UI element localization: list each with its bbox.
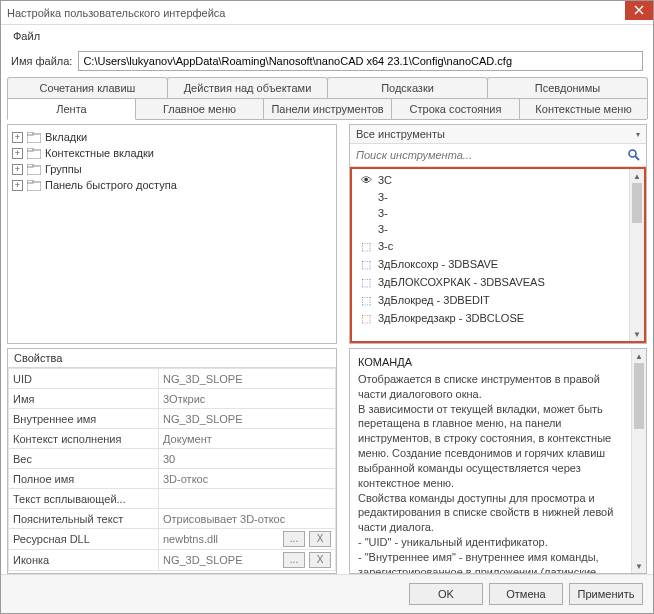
svg-line-9 bbox=[635, 156, 639, 160]
file-row: Имя файла: bbox=[1, 47, 653, 77]
svg-rect-5 bbox=[27, 164, 33, 167]
splitter-vertical[interactable] bbox=[341, 124, 345, 574]
list-item[interactable]: ⬚3дБлокред - 3DBEDIT bbox=[352, 291, 644, 309]
help-title: КОМАНДА bbox=[358, 355, 628, 370]
right-column: Все инструменты ▾ 👁3С 3- 3- 3- ⬚3-с ⬚3дБ… bbox=[349, 124, 647, 574]
scrollbar-vertical[interactable]: ▲ ▼ bbox=[631, 349, 646, 573]
scroll-up-icon[interactable]: ▲ bbox=[630, 169, 644, 183]
list-item[interactable]: ⬚3-с bbox=[352, 237, 644, 255]
scrollbar-vertical[interactable]: ▲ ▼ bbox=[629, 169, 644, 341]
tool-search-input[interactable] bbox=[354, 146, 622, 164]
cancel-button[interactable]: Отмена bbox=[489, 583, 563, 605]
prop-key: UID bbox=[9, 369, 159, 389]
tab-main-menu[interactable]: Главное меню bbox=[135, 98, 264, 119]
list-item[interactable]: 3- bbox=[352, 205, 644, 221]
help-paragraph: В зависимости от текущей вкладки, может … bbox=[358, 402, 628, 491]
tree-item-groups[interactable]: + Группы bbox=[12, 161, 332, 177]
folder-icon bbox=[27, 163, 41, 175]
tree-item-context-tabs[interactable]: + Контекстные вкладки bbox=[12, 145, 332, 161]
tab-toolbars[interactable]: Панели инструментов bbox=[263, 98, 392, 119]
file-label: Имя файла: bbox=[11, 55, 72, 67]
command-icon: ⬚ bbox=[358, 239, 374, 253]
tab-aliases[interactable]: Псевдонимы bbox=[487, 77, 648, 98]
help-paragraph: Отображается в списке инструментов в пра… bbox=[358, 372, 628, 402]
help-content: КОМАНДА Отображается в списке инструмент… bbox=[350, 349, 646, 573]
tab-status-bar[interactable]: Строка состояния bbox=[391, 98, 520, 119]
prop-val[interactable]: NG_3D_SLOPE bbox=[159, 369, 336, 389]
prop-val[interactable]: 3Открис bbox=[159, 389, 336, 409]
tools-header[interactable]: Все инструменты ▾ bbox=[350, 125, 646, 144]
folder-icon bbox=[27, 147, 41, 159]
tools-header-label: Все инструменты bbox=[356, 128, 636, 140]
list-item[interactable]: 3- bbox=[352, 189, 644, 205]
search-icon[interactable] bbox=[626, 147, 642, 163]
ribbon-tree[interactable]: + Вкладки + Контекстные вкладки + Группы… bbox=[8, 125, 336, 343]
chevron-down-icon: ▾ bbox=[636, 130, 640, 139]
expand-icon[interactable]: + bbox=[12, 132, 23, 143]
prop-key: Полное имя bbox=[9, 469, 159, 489]
ribbon-tree-panel: + Вкладки + Контекстные вкладки + Группы… bbox=[7, 124, 337, 344]
list-item[interactable]: ⬚3дБлокредзакр - 3DBCLOSE bbox=[352, 309, 644, 327]
scroll-thumb[interactable] bbox=[632, 183, 642, 223]
command-icon: 👁 bbox=[358, 173, 374, 187]
tree-label: Панель быстрого доступа bbox=[45, 179, 177, 191]
browse-button[interactable]: ... bbox=[283, 531, 305, 547]
command-icon: ⬚ bbox=[358, 257, 374, 271]
prop-row: Имя3Открис bbox=[9, 389, 336, 409]
expand-icon[interactable]: + bbox=[12, 148, 23, 159]
prop-key: Имя bbox=[9, 389, 159, 409]
scroll-thumb[interactable] bbox=[634, 363, 644, 429]
file-path-input[interactable] bbox=[78, 51, 643, 71]
tabs-category-row-2: Лента Главное меню Панели инструментов С… bbox=[7, 98, 647, 120]
prop-val: NG_3D_SLOPE bbox=[163, 554, 279, 566]
prop-val[interactable] bbox=[159, 489, 336, 509]
clear-button[interactable]: X bbox=[309, 531, 331, 547]
properties-grid[interactable]: UIDNG_3D_SLOPE Имя3Открис Внутреннее имя… bbox=[8, 368, 336, 573]
prop-key: Внутреннее имя bbox=[9, 409, 159, 429]
prop-key: Ресурсная DLL bbox=[9, 529, 159, 550]
list-item[interactable]: 3- bbox=[352, 221, 644, 237]
command-list[interactable]: 👁3С 3- 3- 3- ⬚3-с ⬚3дБлоксохр - 3DBSAVE … bbox=[350, 167, 646, 343]
clear-button[interactable]: X bbox=[309, 552, 331, 568]
tab-ribbon[interactable]: Лента bbox=[7, 98, 136, 120]
svg-rect-3 bbox=[27, 148, 33, 151]
tab-context-menus[interactable]: Контекстные меню bbox=[519, 98, 648, 119]
help-paragraph: - "Внутреннее имя" - внутреннее имя кома… bbox=[358, 550, 628, 573]
dialog-footer: OK Отмена Применить bbox=[1, 574, 653, 613]
scroll-down-icon[interactable]: ▼ bbox=[630, 327, 644, 341]
command-icon: ⬚ bbox=[358, 275, 374, 289]
expand-icon[interactable]: + bbox=[12, 164, 23, 175]
main-area: + Вкладки + Контекстные вкладки + Группы… bbox=[1, 120, 653, 574]
svg-rect-7 bbox=[27, 180, 33, 183]
left-column: + Вкладки + Контекстные вкладки + Группы… bbox=[7, 124, 337, 574]
close-icon bbox=[634, 5, 644, 15]
tree-label: Вкладки bbox=[45, 131, 87, 143]
prop-val[interactable]: NG_3D_SLOPE bbox=[159, 409, 336, 429]
tree-item-tabs[interactable]: + Вкладки bbox=[12, 129, 332, 145]
tab-shortcuts[interactable]: Сочетания клавиш bbox=[7, 77, 168, 98]
ok-button[interactable]: OK bbox=[409, 583, 483, 605]
prop-val[interactable]: Отрисовывает 3D-откос bbox=[159, 509, 336, 529]
list-item[interactable]: 👁3С bbox=[352, 171, 644, 189]
scroll-up-icon[interactable]: ▲ bbox=[632, 349, 646, 363]
properties-panel: Свойства UIDNG_3D_SLOPE Имя3Открис Внутр… bbox=[7, 348, 337, 574]
scroll-down-icon[interactable]: ▼ bbox=[632, 559, 646, 573]
prop-key: Иконка bbox=[9, 550, 159, 571]
prop-row: Текст всплывающей... bbox=[9, 489, 336, 509]
list-item[interactable]: ⬚3дБЛОКСОХРКАК - 3DBSAVEAS bbox=[352, 273, 644, 291]
prop-val[interactable]: 3D-откос bbox=[159, 469, 336, 489]
properties-header: Свойства bbox=[8, 349, 336, 368]
prop-row: Внутреннее имяNG_3D_SLOPE bbox=[9, 409, 336, 429]
browse-button[interactable]: ... bbox=[283, 552, 305, 568]
tab-tooltips[interactable]: Подсказки bbox=[327, 77, 488, 98]
tree-label: Контекстные вкладки bbox=[45, 147, 154, 159]
prop-val[interactable]: 30 bbox=[159, 449, 336, 469]
close-button[interactable] bbox=[625, 0, 653, 20]
expand-icon[interactable]: + bbox=[12, 180, 23, 191]
apply-button[interactable]: Применить bbox=[569, 583, 643, 605]
menu-file[interactable]: Файл bbox=[7, 28, 46, 44]
tree-item-quickaccess[interactable]: + Панель быстрого доступа bbox=[12, 177, 332, 193]
list-item[interactable]: ⬚3дБлоксохр - 3DBSAVE bbox=[352, 255, 644, 273]
prop-val[interactable]: Документ bbox=[159, 429, 336, 449]
tab-object-actions[interactable]: Действия над объектами bbox=[167, 77, 328, 98]
